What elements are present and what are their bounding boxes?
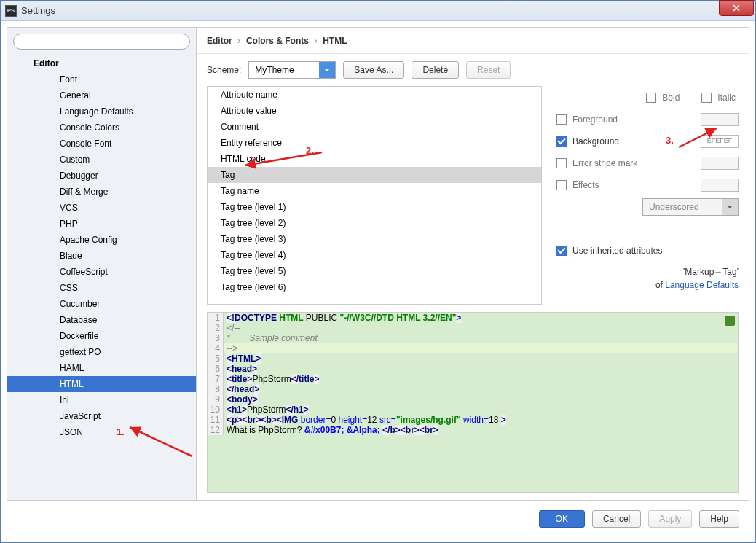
attr-list-item[interactable]: Attribute value — [208, 103, 541, 119]
settings-window: PS Settings Editor FontGeneralLanguage D… — [0, 0, 756, 543]
delete-button[interactable]: Delete — [412, 61, 459, 79]
opt-row-foreground: Foreground — [556, 112, 739, 127]
foreground-checkbox[interactable] — [556, 114, 567, 125]
breadcrumb-a[interactable]: Editor — [207, 36, 232, 46]
attr-list-item[interactable]: Tag tree (level 4) — [208, 247, 541, 263]
error-stripe-swatch[interactable] — [701, 157, 739, 170]
tree-item[interactable]: Database — [7, 312, 196, 328]
tree-item[interactable]: Ini — [7, 392, 196, 408]
opt-row-bold-italic: Bold Italic — [556, 90, 739, 105]
footer: OK Cancel Apply Help — [7, 501, 749, 536]
settings-tree[interactable]: Editor FontGeneralLanguage DefaultsConso… — [7, 55, 196, 500]
code-content: <body> — [224, 394, 738, 405]
background-checkbox[interactable] — [556, 136, 567, 147]
breadcrumb-b[interactable]: Colors & Fonts — [246, 36, 309, 46]
line-number: 6 — [208, 364, 224, 374]
cancel-button[interactable]: Cancel — [592, 510, 641, 528]
code-line: 5<HTML> — [208, 353, 738, 364]
scheme-select[interactable] — [248, 61, 336, 79]
attr-list-item[interactable]: Tag tree (level 3) — [208, 231, 541, 247]
effects-checkbox[interactable] — [556, 180, 567, 190]
attr-list-item[interactable]: Attribute name — [208, 87, 541, 103]
breadcrumb-c: HTML — [323, 36, 347, 46]
tree-item[interactable]: Language Defaults — [7, 103, 196, 120]
tree-item[interactable]: CSS — [7, 280, 196, 296]
help-button[interactable]: Help — [699, 510, 739, 528]
inherit-from: 'Markup→Tag' — [683, 267, 739, 277]
code-content: <!DOCTYPE HTML PUBLIC "-//W3C//DTD HTML … — [224, 313, 738, 323]
tree-item[interactable]: Diff & Merge — [7, 184, 196, 200]
italic-checkbox[interactable] — [701, 93, 712, 103]
scheme-value[interactable] — [249, 62, 319, 78]
search-input[interactable] — [13, 34, 190, 50]
tree-item[interactable]: Console Colors — [7, 120, 196, 136]
tree-item[interactable]: General — [7, 87, 196, 103]
tree-item[interactable]: Font — [7, 71, 196, 87]
use-inherited-checkbox[interactable] — [556, 246, 567, 256]
tree-item[interactable]: Debugger — [7, 168, 196, 184]
code-line: 12What is PhpStorm? &#x00B7; &Alpha; </b… — [208, 425, 738, 435]
code-line: 1<!DOCTYPE HTML PUBLIC "-//W3C//DTD HTML… — [208, 313, 738, 323]
tree-item[interactable]: Custom — [7, 152, 196, 168]
inherit-block: Use inherited attributes 'Markup→Tag' of… — [556, 243, 739, 292]
tree-item[interactable]: HTML — [7, 376, 196, 392]
effects-swatch[interactable] — [701, 179, 739, 192]
attr-list-item[interactable]: Tag name — [208, 183, 541, 199]
scheme-label: Scheme: — [207, 65, 241, 75]
tree-item[interactable]: Dockerfile — [7, 328, 196, 344]
tree-item[interactable]: CoffeeScript — [7, 264, 196, 280]
tree-item[interactable]: VCS — [7, 200, 196, 216]
background-color-input[interactable]: EFEFEF — [701, 135, 739, 148]
code-content: </head> — [224, 384, 738, 394]
foreground-label: Foreground — [572, 114, 701, 125]
line-number: 11 — [208, 415, 224, 425]
sidebar: Editor FontGeneralLanguage DefaultsConso… — [7, 28, 197, 500]
line-number: 4 — [208, 343, 224, 353]
bold-checkbox[interactable] — [646, 93, 656, 103]
tree-item[interactable]: Apache Config — [7, 232, 196, 248]
attr-list-item[interactable]: Tag — [208, 167, 541, 183]
app-icon: PS — [5, 5, 17, 17]
lock-icon — [725, 316, 735, 326]
save-as-button[interactable]: Save As... — [343, 61, 404, 79]
search-wrap — [7, 28, 196, 55]
close-button[interactable] — [719, 0, 754, 16]
tree-item-editor[interactable]: Editor — [7, 55, 196, 71]
tree-item[interactable]: Console Font — [7, 136, 196, 152]
attr-list-item[interactable]: HTML code — [208, 151, 541, 167]
titlebar: PS Settings — [1, 1, 755, 21]
chevron-down-icon[interactable] — [722, 199, 738, 215]
attr-list-item[interactable]: Comment — [208, 119, 541, 135]
error-stripe-checkbox[interactable] — [556, 158, 567, 168]
tree-item[interactable]: HAML — [7, 360, 196, 376]
code-content: <head> — [224, 364, 738, 374]
code-preview[interactable]: 1<!DOCTYPE HTML PUBLIC "-//W3C//DTD HTML… — [207, 312, 739, 493]
tree-item[interactable]: Cucumber — [7, 296, 196, 312]
apply-button[interactable]: Apply — [648, 510, 692, 528]
main-panel: Editor › Colors & Fonts › HTML Scheme: S… — [197, 28, 749, 500]
foreground-swatch[interactable] — [701, 113, 739, 126]
reset-button[interactable]: Reset — [466, 61, 511, 79]
close-icon — [733, 4, 740, 12]
attr-list-item[interactable]: Tag tree (level 1) — [208, 199, 541, 215]
middle: Attribute nameAttribute valueCommentEnti… — [197, 86, 749, 312]
language-defaults-link[interactable]: Language Defaults — [665, 280, 739, 290]
tree-item[interactable]: Blade — [7, 248, 196, 264]
tree-item[interactable]: PHP — [7, 216, 196, 232]
tree-item[interactable]: gettext PO — [7, 344, 196, 360]
content: Editor FontGeneralLanguage DefaultsConso… — [7, 27, 749, 501]
attr-list-item[interactable]: Tag tree (level 6) — [208, 279, 541, 295]
effects-type-select[interactable]: Underscored — [642, 198, 739, 216]
chevron-down-icon[interactable] — [319, 62, 335, 78]
attribute-list[interactable]: Attribute nameAttribute valueCommentEnti… — [207, 86, 542, 305]
attr-list-item[interactable]: Tag tree (level 2) — [208, 215, 541, 231]
tree-item[interactable]: JavaScript — [7, 408, 196, 424]
attr-list-item[interactable]: Tag tree (level 5) — [208, 263, 541, 279]
attr-list-item[interactable]: Entity reference — [208, 135, 541, 151]
code-line: 3* Sample comment — [208, 333, 738, 343]
code-line: 9<body> — [208, 394, 738, 405]
tree-item[interactable]: JSON — [7, 424, 196, 440]
line-number: 8 — [208, 384, 224, 394]
ok-button[interactable]: OK — [539, 510, 585, 528]
opt-row-background: Background EFEFEF — [556, 134, 739, 149]
